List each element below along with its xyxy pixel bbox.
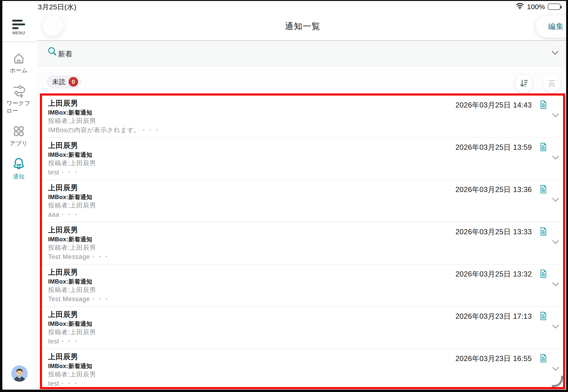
notification-sender: 上田辰男 — [48, 225, 78, 235]
notification-sender: 上田辰男 — [48, 352, 78, 362]
notification-sender: 上田辰男 — [48, 267, 78, 277]
notification-row[interactable]: 上田辰男 IMBox:新着通知 投稿者:上田辰男 test・・・ 2026年03… — [42, 138, 563, 180]
avatar-illustration — [11, 365, 28, 382]
frame-edge — [0, 390, 568, 392]
bell-icon — [12, 157, 26, 171]
notification-sender: 上田辰男 — [48, 183, 78, 193]
notification-list-highlight: 上田辰男 IMBox:新着通知 投稿者:上田辰男 IMBoxの内容が表示されます… — [40, 93, 565, 389]
notification-poster: 投稿者:上田辰男 — [48, 370, 96, 379]
notification-poster: 投稿者:上田辰男 — [48, 201, 96, 210]
notification-sender: 上田辰男 — [48, 140, 78, 151]
notification-datetime: 2026年03月25日 13:33 — [455, 227, 532, 237]
search-query: 新着 — [58, 49, 72, 59]
notification-datetime: 2026年03月25日 14:43 — [455, 100, 532, 110]
unread-count-badge: 0 — [69, 77, 78, 87]
sidebar-item-workflow[interactable]: ワークフロー — [0, 84, 38, 114]
sidebar-item-home[interactable]: ホーム — [0, 52, 38, 74]
notification-subject: IMBox:新着通知 — [48, 151, 92, 159]
status-bar: 14:59 3月25日(水) 100% — [0, 0, 568, 13]
chevron-down-icon[interactable] — [552, 113, 560, 119]
notification-preview: test・・・ — [48, 379, 79, 388]
sidebar-item-apps[interactable]: アプリ — [0, 125, 38, 147]
page-header: 通知一覧 編集 — [38, 13, 568, 40]
notification-row[interactable]: 上田辰男 IMBox:新着通知 投稿者:上田辰男 test・・・ 2026年03… — [42, 307, 563, 349]
notification-subject: IMBox:新着通知 — [48, 320, 92, 328]
collapse-to-top-button[interactable] — [543, 75, 560, 92]
home-icon — [12, 52, 25, 65]
page-title: 通知一覧 — [38, 21, 568, 32]
notification-preview: IMBoxの内容が表示されます。・・・ — [48, 126, 160, 134]
document-icon — [539, 269, 547, 279]
notification-list: 上田辰男 IMBox:新着通知 投稿者:上田辰男 IMBoxの内容が表示されます… — [42, 96, 563, 389]
frame-edge — [566, 0, 568, 392]
chevron-down-icon[interactable] — [552, 240, 560, 246]
chevron-down-icon[interactable] — [552, 282, 560, 289]
notification-poster: 投稿者:上田辰男 — [48, 286, 96, 294]
apps-grid-icon — [12, 125, 25, 138]
unread-filter-chip[interactable]: 未読 0 — [46, 75, 82, 88]
hamburger-icon — [12, 20, 25, 29]
sort-button[interactable] — [515, 75, 532, 92]
sort-descending-icon — [519, 78, 528, 88]
sidebar-item-label: 通知 — [0, 173, 38, 180]
notification-row[interactable]: 上田辰男 IMBox:新着通知 投稿者:上田辰男 Test Message・・・… — [42, 265, 563, 307]
notification-datetime: 2026年03月25日 13:36 — [455, 185, 532, 195]
document-icon — [539, 353, 547, 364]
menu-label: MENU — [0, 31, 38, 35]
document-icon — [539, 227, 547, 237]
battery-icon — [548, 3, 560, 10]
notification-datetime: 2026年03月25日 13:32 — [455, 269, 532, 279]
notification-row[interactable]: 上田辰男 IMBox:新着通知 投稿者:上田辰男 aaa・・・ 2026年03月… — [42, 180, 563, 222]
notification-preview: Test Message・・・ — [48, 295, 110, 303]
wifi-icon — [516, 2, 524, 11]
chevron-down-icon[interactable] — [551, 50, 559, 57]
menu-button[interactable]: MENU — [0, 20, 38, 35]
notification-datetime: 2026年03月23日 17:13 — [455, 311, 532, 321]
search-bar[interactable]: 新着 — [38, 41, 568, 66]
filter-toolbar: 未読 0 — [38, 66, 568, 93]
sidebar-item-label: ホーム — [0, 67, 38, 74]
chevron-down-icon[interactable] — [552, 366, 560, 373]
chevron-down-icon[interactable] — [552, 197, 560, 204]
document-icon — [539, 100, 547, 110]
notification-subject: IMBox:新着通知 — [48, 278, 92, 285]
notification-subject: IMBox:新着通知 — [48, 236, 92, 243]
document-icon — [539, 184, 547, 195]
unread-label: 未読 — [52, 77, 66, 86]
notification-preview: test・・・ — [48, 168, 79, 177]
frame-edge — [0, 0, 2, 392]
notification-poster: 投稿者:上田辰男 — [48, 243, 96, 252]
sidebar-item-label: ワークフロー — [7, 99, 34, 114]
notification-preview: Test Message・・・ — [48, 252, 110, 261]
document-icon — [539, 142, 547, 153]
notification-poster: 投稿者:上田辰男 — [48, 117, 96, 125]
notification-datetime: 2026年03月25日 13:59 — [455, 142, 532, 152]
notification-poster: 投稿者:上田辰男 — [48, 328, 96, 336]
notification-sender: 上田辰男 — [48, 98, 78, 108]
frame-edge — [0, 0, 568, 1]
battery-percent: 100% — [527, 3, 545, 11]
notification-subject: IMBox:新着通知 — [48, 193, 92, 201]
notification-poster: 投稿者:上田辰男 — [48, 159, 96, 167]
sidebar-item-label: アプリ — [0, 140, 38, 147]
notification-preview: aaa・・・ — [48, 210, 79, 219]
edit-button[interactable]: 編集 — [536, 15, 568, 38]
notification-sender: 上田辰男 — [48, 310, 78, 320]
notification-preview: test・・・ — [48, 337, 79, 346]
notification-row[interactable]: 上田辰男 IMBox:新着通知 投稿者:上田辰男 Test Message・・・… — [42, 222, 563, 265]
notification-row[interactable]: 上田辰男 IMBox:新着通知 投稿者:上田辰男 test・・・ 2026年03… — [42, 349, 563, 389]
user-avatar[interactable] — [11, 365, 28, 382]
notification-datetime: 2026年03月23日 16:55 — [455, 354, 532, 364]
notification-subject: IMBox:新着通知 — [48, 109, 92, 116]
chevron-down-icon[interactable] — [552, 155, 560, 162]
notification-subject: IMBox:新着通知 — [48, 362, 92, 370]
app-screen: 14:59 3月25日(水) 100% MENU — [0, 0, 568, 392]
status-date: 3月25日(水) — [38, 2, 77, 12]
sidebar-divider — [0, 42, 38, 42]
search-icon — [47, 46, 58, 58]
sidebar: MENU ホーム ワークフロー — [0, 0, 38, 392]
notification-row[interactable]: 上田辰男 IMBox:新着通知 投稿者:上田辰男 IMBoxの内容が表示されます… — [42, 96, 563, 138]
chevron-down-icon[interactable] — [552, 324, 560, 331]
sidebar-item-notifications[interactable]: 通知 — [0, 157, 38, 180]
workflow-icon — [12, 84, 26, 98]
